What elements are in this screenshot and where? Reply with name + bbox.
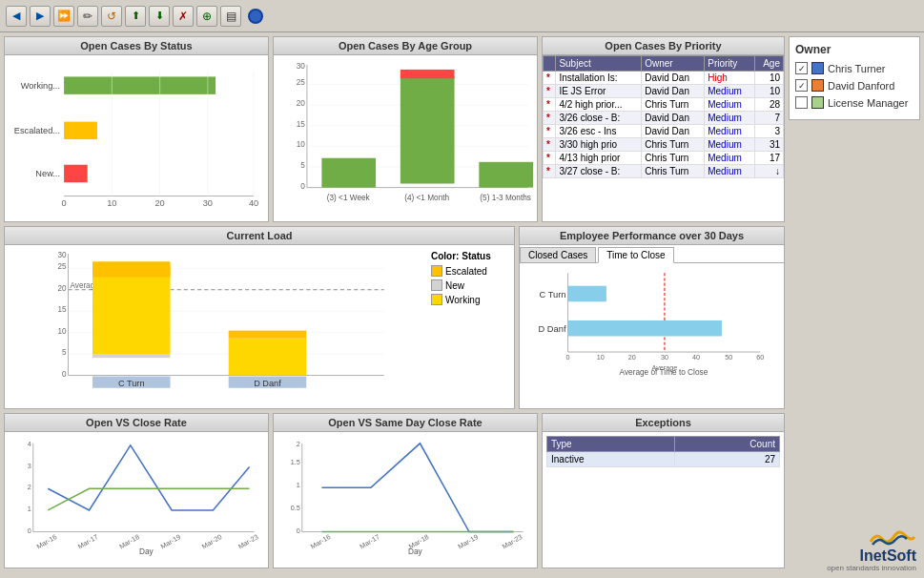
svg-rect-58	[229, 339, 307, 376]
open-cases-priority-title: Open Cases By Priority	[543, 37, 784, 55]
svg-text:40: 40	[692, 353, 700, 361]
svg-text:5: 5	[62, 348, 67, 357]
open-cases-by-priority-panel: Open Cases By Priority Subject Owner Pri…	[542, 36, 785, 222]
svg-text:10: 10	[597, 353, 605, 361]
svg-text:20: 20	[154, 198, 164, 208]
open-vs-same-day-panel: Open VS Same Day Close Rate 0 0.5 1 1.5 …	[273, 413, 538, 568]
svg-text:Mar-16: Mar-16	[35, 532, 58, 550]
refresh-button[interactable]: ↺	[101, 6, 122, 27]
svg-text:20: 20	[628, 353, 636, 361]
svg-text:C Turn: C Turn	[118, 379, 144, 388]
svg-text:0: 0	[566, 353, 570, 361]
svg-text:(5) 1-3 Months: (5) 1-3 Months	[480, 194, 531, 202]
add-button[interactable]: ⊕	[196, 6, 217, 27]
forward-button[interactable]: ▶	[30, 6, 51, 27]
owner-item-chris[interactable]: ✓ Chris Turner	[795, 62, 914, 74]
current-load-title: Current Load	[5, 227, 514, 245]
svg-rect-53	[92, 265, 171, 354]
svg-text:Mar-19: Mar-19	[457, 532, 480, 550]
priority-cell: High	[705, 72, 754, 85]
svg-rect-3	[64, 122, 97, 139]
svg-rect-76	[568, 320, 722, 337]
inetsoft-logo: InetSoft open standards innovation	[827, 527, 916, 572]
svg-text:5: 5	[300, 161, 305, 170]
svg-text:10: 10	[297, 140, 306, 149]
tab-closed-cases[interactable]: Closed Cases	[520, 247, 596, 262]
current-load-panel: Current Load 0 5	[4, 226, 515, 409]
svg-text:2: 2	[28, 483, 31, 491]
exceptions-panel: Exceptions Type Count Inac	[542, 413, 785, 568]
svg-text:4: 4	[28, 440, 31, 448]
legend-working: Working	[445, 295, 481, 305]
svg-text:Mar-23: Mar-23	[236, 532, 259, 550]
upload-button[interactable]: ⬆	[125, 6, 146, 27]
svg-text:30: 30	[203, 198, 213, 208]
svg-text:Day: Day	[408, 547, 423, 556]
owner-name-david: David Danford	[828, 80, 894, 92]
svg-text:15: 15	[57, 305, 67, 314]
svg-text:60: 60	[756, 353, 764, 361]
svg-text:New...: New...	[35, 169, 60, 178]
svg-text:10: 10	[107, 198, 116, 208]
owner-item-david[interactable]: ✓ David Danford	[795, 79, 914, 92]
exception-count: 27	[674, 452, 779, 467]
svg-text:15: 15	[297, 120, 306, 129]
svg-text:D Danf: D Danf	[539, 324, 566, 334]
svg-text:(4) <1 Month: (4) <1 Month	[404, 194, 449, 202]
subject-cell: Installation Is:	[556, 72, 642, 85]
svg-text:25: 25	[57, 262, 67, 271]
close-button[interactable]: ✗	[173, 6, 194, 27]
tab-time-to-close[interactable]: Time to Close	[598, 247, 673, 263]
svg-text:(3) <1 Week: (3) <1 Week	[327, 194, 371, 202]
svg-rect-55	[92, 261, 171, 277]
open-cases-age-title: Open Cases By Age Group	[274, 37, 537, 55]
menu-button[interactable]: ▤	[220, 6, 241, 27]
svg-text:0: 0	[62, 198, 67, 208]
download-button[interactable]: ⬇	[149, 6, 170, 27]
back-button[interactable]: ◀	[6, 6, 27, 27]
owner-cell: David Dan	[642, 72, 705, 85]
employee-performance-title: Employee Performance over 30 Days	[520, 227, 784, 245]
svg-rect-31	[400, 76, 455, 183]
svg-text:3: 3	[28, 462, 31, 470]
exceptions-title: Exceptions	[543, 414, 784, 432]
svg-rect-30	[321, 158, 376, 188]
edit-button[interactable]: ✏	[77, 6, 98, 27]
svg-text:Mar-19: Mar-19	[159, 532, 182, 550]
skip-forward-button[interactable]: ⏩	[53, 6, 74, 27]
open-cases-status-title: Open Cases By Status	[5, 37, 268, 55]
priority-table: Subject Owner Priority Age * Installatio…	[543, 55, 784, 178]
svg-text:30: 30	[57, 251, 67, 259]
open-cases-by-age-panel: Open Cases By Age Group 0 5 10 15	[273, 36, 538, 222]
svg-text:C Turn: C Turn	[540, 290, 566, 299]
svg-text:0: 0	[297, 526, 300, 535]
owner-name-chris: Chris Turner	[828, 63, 886, 74]
svg-text:Mar-20: Mar-20	[200, 532, 223, 550]
svg-text:Mar-17: Mar-17	[76, 532, 99, 550]
svg-text:Mar-23: Mar-23	[501, 532, 524, 550]
owner-item-license[interactable]: License Manager	[795, 96, 914, 109]
svg-text:Average of Time to Close: Average of Time to Close	[620, 368, 708, 377]
svg-text:0.5: 0.5	[291, 504, 300, 512]
svg-text:0: 0	[62, 370, 67, 379]
svg-text:2: 2	[297, 440, 300, 448]
svg-rect-54	[92, 354, 171, 358]
inetsoft-tagline: open standards innovation	[827, 564, 916, 572]
open-vs-close-title: Open VS Close Rate	[5, 414, 268, 432]
svg-text:50: 50	[725, 353, 732, 361]
svg-text:20: 20	[297, 99, 306, 108]
svg-text:10: 10	[57, 327, 67, 336]
legend-escalated: Escalated	[445, 266, 487, 277]
svg-text:0: 0	[300, 182, 305, 191]
open-cases-by-status-panel: Open Cases By Status Working... Escalate…	[4, 36, 269, 222]
svg-text:Mar-17: Mar-17	[359, 532, 381, 550]
svg-rect-33	[479, 162, 533, 188]
svg-rect-59	[229, 331, 307, 339]
age-cell: 10	[754, 72, 783, 85]
exceptions-table: Type Count Inactive 27	[546, 436, 780, 467]
svg-text:25: 25	[297, 78, 306, 87]
svg-rect-1	[64, 76, 216, 93]
svg-text:Mar-18: Mar-18	[117, 532, 140, 550]
svg-rect-75	[568, 286, 606, 302]
owner-name-license: License Manager	[828, 97, 908, 109]
